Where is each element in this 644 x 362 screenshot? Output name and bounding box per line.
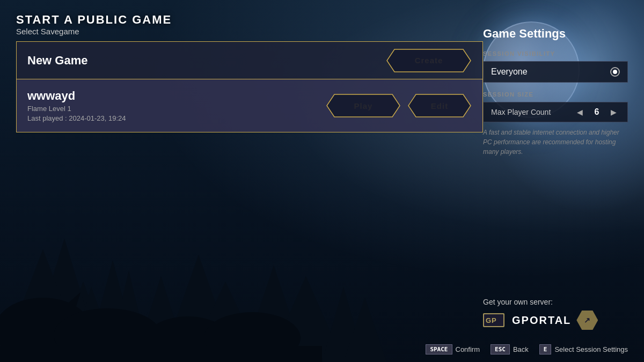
stepper-decrease[interactable]: ◀ xyxy=(574,107,586,117)
hotkey-bar: SPACE Confirm ESC Back E Select Session … xyxy=(426,344,628,354)
svg-text:GP: GP xyxy=(486,316,497,324)
settings-title: Game Settings xyxy=(483,27,628,41)
gportal-section: Get your own server: GP GPORTAL ↗ xyxy=(483,298,628,330)
key-esc: ESC xyxy=(491,344,510,354)
save-name: wwwayd xyxy=(27,89,126,103)
stepper-label: Max Player Count xyxy=(491,108,551,116)
create-button[interactable]: Create xyxy=(386,48,472,73)
size-label: SESSION SIZE xyxy=(483,91,628,98)
gportal-label: Get your own server: xyxy=(483,298,628,306)
gportal-external-button[interactable]: ↗ xyxy=(576,311,598,330)
visibility-label: SESSION VISIBILITY xyxy=(483,50,628,57)
page-title: START A PUBLIC GAME xyxy=(16,13,628,27)
new-game-label: New Game xyxy=(27,54,88,68)
save-sub1: Flame Level 1 xyxy=(27,105,126,113)
player-count-stepper: Max Player Count ◀ 6 ▶ xyxy=(483,102,628,122)
hint-settings: E Select Session Settings xyxy=(539,344,628,354)
savegame-details: wwwayd Flame Level 1 Last played : 2024-… xyxy=(27,89,126,122)
hint-confirm: SPACE Confirm xyxy=(426,344,480,354)
external-link-icon: ↗ xyxy=(584,316,590,324)
visibility-dropdown[interactable]: Everyone xyxy=(483,61,628,83)
existing-game-actions: Play Edit xyxy=(326,93,472,118)
stepper-increase[interactable]: ▶ xyxy=(608,107,620,117)
hint-back: ESC Back xyxy=(491,344,529,354)
key-e: E xyxy=(539,344,552,354)
stepper-controls: ◀ 6 ▶ xyxy=(574,107,620,117)
savegame-list: New Game Create wwwayd Flame Level 1 Las… xyxy=(16,41,483,132)
gportal-logo: GP GPORTAL xyxy=(483,311,571,329)
visibility-value: Everyone xyxy=(491,67,528,77)
size-section: SESSION SIZE Max Player Count ◀ 6 ▶ A fa… xyxy=(483,91,628,157)
stepper-value: 6 xyxy=(591,107,602,117)
hint-back-label: Back xyxy=(513,345,529,353)
savegame-item-existing: wwwayd Flame Level 1 Last played : 2024-… xyxy=(16,79,483,132)
main-content: START A PUBLIC GAME Select Savegame New … xyxy=(0,0,644,362)
visibility-section: SESSION VISIBILITY Everyone xyxy=(483,50,628,83)
left-panel: Select Savegame New Game Create wwwayd xyxy=(16,27,483,132)
new-game-actions: Create xyxy=(386,48,472,73)
key-space: SPACE xyxy=(426,344,452,354)
savegame-section-label: Select Savegame xyxy=(16,27,483,36)
edit-button[interactable]: Edit xyxy=(407,93,472,118)
hint-settings-label: Select Session Settings xyxy=(554,345,628,353)
gportal-row: GP GPORTAL ↗ xyxy=(483,311,628,330)
play-button[interactable]: Play xyxy=(326,93,401,118)
svg-marker-21 xyxy=(387,49,471,72)
savegame-item-new: New Game Create xyxy=(16,41,483,79)
svg-marker-22 xyxy=(327,94,400,117)
right-panel: Game Settings SESSION VISIBILITY Everyon… xyxy=(483,27,628,165)
radio-button xyxy=(610,67,620,77)
svg-marker-23 xyxy=(408,94,471,117)
settings-note: A fast and stable internet connection an… xyxy=(483,128,628,157)
save-sub2: Last played : 2024-01-23, 19:24 xyxy=(27,114,126,122)
gportal-logo-icon: GP xyxy=(483,311,508,329)
hint-confirm-label: Confirm xyxy=(456,345,480,353)
gportal-name: GPORTAL xyxy=(512,314,571,327)
